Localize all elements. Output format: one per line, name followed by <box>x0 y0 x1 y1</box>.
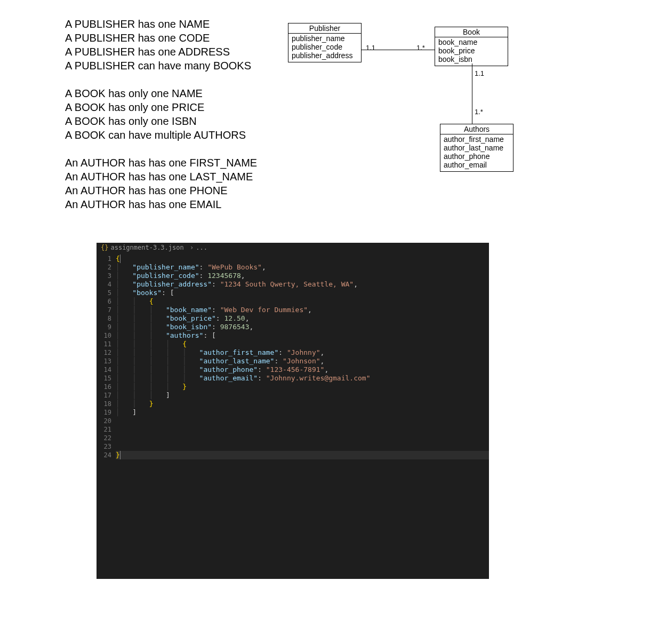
req-line: A BOOK has only one NAME <box>65 86 257 100</box>
code-area[interactable]: 123456789101112131415161718192021222324 … <box>97 255 489 459</box>
line-number: 4 <box>97 280 111 289</box>
code-line[interactable] <box>116 442 489 451</box>
code-line[interactable] <box>116 434 489 442</box>
field: book_isbn <box>438 55 504 63</box>
breadcrumb-file: assignment-3.3.json <box>110 244 183 251</box>
code-line[interactable]: │ │ │ ] <box>116 391 489 400</box>
line-number: 7 <box>97 306 111 314</box>
line-number: 22 <box>97 434 111 442</box>
field: publisher_code <box>292 43 358 51</box>
multiplicity-label: 1.1 <box>475 69 484 77</box>
multiplicity-label: 1.1 <box>366 44 375 52</box>
code-line[interactable]: { <box>116 255 489 263</box>
line-number: 1 <box>97 255 111 263</box>
line-number: 19 <box>97 408 111 417</box>
code-line[interactable]: │ │ │ │ │ "author_first_name": "Johnny", <box>116 348 489 357</box>
code-line[interactable]: │ │ { <box>116 297 489 306</box>
field: book_name <box>438 38 504 46</box>
req-line: An AUTHOR has has one LAST_NAME <box>65 170 257 184</box>
code-line[interactable]: │ "publisher_address": "1234 South Qwert… <box>116 280 489 289</box>
code-lines[interactable]: {│ "publisher_name": "WePub Books",│ "pu… <box>116 255 489 459</box>
editor-breadcrumb[interactable]: {}assignment-3.3.json ›... <box>97 243 489 255</box>
line-number: 20 <box>97 417 111 425</box>
code-line[interactable]: │ │ │ │ │ "author_phone": "123-456-7891"… <box>116 365 489 374</box>
code-editor: {}assignment-3.3.json ›... 1234567891011… <box>97 243 489 579</box>
code-line[interactable]: │ "books": [ <box>116 289 489 297</box>
code-line[interactable]: } <box>116 451 489 459</box>
req-line: An AUTHOR has has one PHONE <box>65 184 257 197</box>
entity-authors: Authors author_first_name author_last_na… <box>440 124 513 172</box>
requirements-text: A PUBLISHER has one NAME A PUBLISHER has… <box>65 17 257 211</box>
line-number: 9 <box>97 323 111 331</box>
line-number: 21 <box>97 425 111 434</box>
entity-title: Publisher <box>288 23 361 34</box>
entity-book: Book book_name book_price book_isbn <box>435 27 508 66</box>
field: publisher_name <box>292 34 358 43</box>
req-line: A BOOK has only one PRICE <box>65 100 257 114</box>
line-number: 3 <box>97 272 111 280</box>
line-number: 14 <box>97 365 111 374</box>
entity-publisher: Publisher publisher_name publisher_code … <box>288 23 362 62</box>
code-line[interactable]: │ │ │ │ │ "author_email": "Johnny.writes… <box>116 374 489 383</box>
req-line: A BOOK can have multiple AUTHORS <box>65 128 257 142</box>
line-number: 13 <box>97 357 111 365</box>
line-number: 16 <box>97 383 111 391</box>
code-line[interactable]: │ │ │ "book_name": "Web Dev for Dummies"… <box>116 306 489 314</box>
entity-title: Book <box>435 27 508 37</box>
req-line: A PUBLISHER can have many BOOKS <box>65 59 257 73</box>
code-line[interactable]: │ │ │ "book_isbn": 9876543, <box>116 323 489 331</box>
code-line[interactable]: │ │ │ │ │ "author_last_name": "Johnson", <box>116 357 489 365</box>
code-line[interactable]: │ │ │ │ } <box>116 383 489 391</box>
code-line[interactable]: │ "publisher_code": 12345678, <box>116 272 489 280</box>
er-diagram: Publisher publisher_name publisher_code … <box>288 21 515 173</box>
line-number: 15 <box>97 374 111 383</box>
line-number: 2 <box>97 263 111 272</box>
code-line[interactable]: │ "publisher_name": "WePub Books", <box>116 263 489 272</box>
chevron-right-icon: › <box>190 244 194 251</box>
field: author_first_name <box>444 135 510 144</box>
code-line[interactable]: │ │ │ "authors": [ <box>116 331 489 340</box>
line-number-gutter: 123456789101112131415161718192021222324 <box>97 255 116 459</box>
req-line: An AUTHOR has has one FIRST_NAME <box>65 156 257 170</box>
line-number: 18 <box>97 400 111 408</box>
entity-fields: publisher_name publisher_code publisher_… <box>288 34 361 62</box>
code-line[interactable] <box>116 417 489 425</box>
entity-fields: book_name book_price book_isbn <box>435 37 508 66</box>
req-line: A PUBLISHER has one ADDRESS <box>65 45 257 59</box>
entity-fields: author_first_name author_last_name autho… <box>440 134 513 171</box>
code-line[interactable] <box>116 425 489 434</box>
code-line[interactable]: │ │ │ │ { <box>116 340 489 348</box>
json-file-icon: {} <box>101 244 108 251</box>
code-line[interactable]: │ ] <box>116 408 489 417</box>
line-number: 17 <box>97 391 111 400</box>
req-line: A PUBLISHER has one CODE <box>65 31 257 45</box>
line-number: 11 <box>97 340 111 348</box>
multiplicity-label: 1.* <box>416 44 425 52</box>
line-number: 24 <box>97 451 111 459</box>
req-line: A BOOK has only one ISBN <box>65 114 257 128</box>
field: book_price <box>438 46 504 55</box>
code-line[interactable]: │ │ │ "book_price": 12.50, <box>116 314 489 323</box>
field: author_phone <box>444 152 510 161</box>
breadcrumb-tail: ... <box>196 244 207 251</box>
line-number: 10 <box>97 331 111 340</box>
multiplicity-label: 1.* <box>475 108 483 116</box>
req-line: A PUBLISHER has one NAME <box>65 17 257 31</box>
line-number: 6 <box>97 297 111 306</box>
line-number: 8 <box>97 314 111 323</box>
code-line[interactable]: │ │ } <box>116 400 489 408</box>
line-number: 5 <box>97 289 111 297</box>
req-line: An AUTHOR has has one EMAIL <box>65 197 257 211</box>
line-number: 23 <box>97 442 111 451</box>
field: author_last_name <box>444 144 510 152</box>
field: publisher_address <box>292 51 358 60</box>
field: author_email <box>444 161 510 169</box>
line-number: 12 <box>97 348 111 357</box>
connector-line <box>472 63 472 124</box>
entity-title: Authors <box>440 124 513 134</box>
